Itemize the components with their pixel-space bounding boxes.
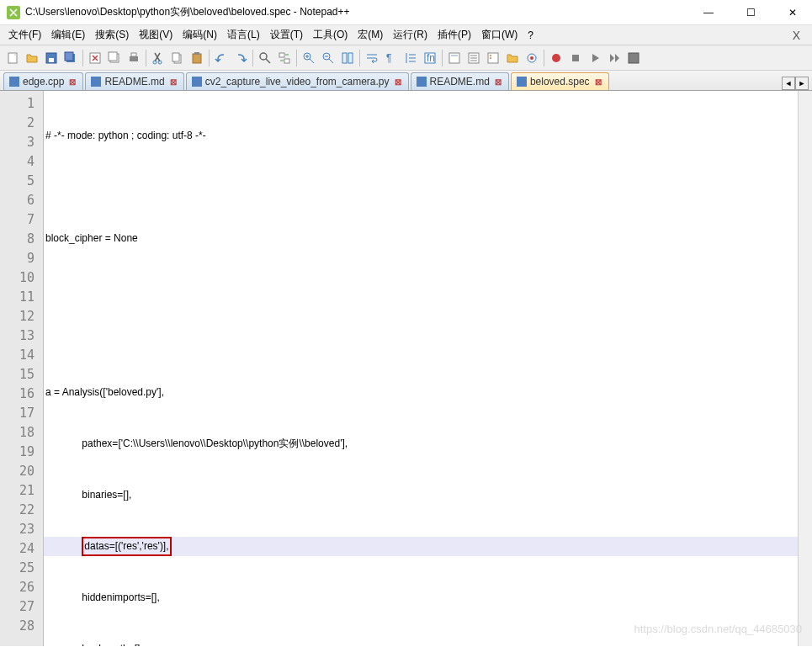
menu-file[interactable]: 文件(F) xyxy=(3,26,46,44)
play-macro-icon[interactable] xyxy=(586,49,604,67)
tab-edge-cpp[interactable]: edge.cpp⊠ xyxy=(3,72,83,90)
menu-run[interactable]: 运行(R) xyxy=(388,26,433,44)
line-number: 24 xyxy=(0,539,34,559)
tab-prev-icon[interactable]: ◄ xyxy=(782,77,795,90)
save-macro-icon[interactable] xyxy=(624,49,643,67)
close-file-icon[interactable] xyxy=(86,49,104,67)
toolbar-separator xyxy=(252,50,253,66)
tab-close-icon[interactable]: ⊠ xyxy=(393,77,403,87)
tab-readme-2[interactable]: README.md⊠ xyxy=(411,72,509,90)
code-line xyxy=(44,331,812,351)
menu-close-icon[interactable]: X xyxy=(793,29,809,42)
line-number: 6 xyxy=(0,191,34,210)
undo-icon[interactable] xyxy=(212,49,231,67)
line-number: 28 xyxy=(0,617,34,636)
doc-list-icon[interactable] xyxy=(464,49,483,67)
svg-rect-42 xyxy=(517,77,527,87)
code-line: hiddenimports=[], xyxy=(44,588,812,607)
app-icon xyxy=(7,6,20,19)
line-number: 21 xyxy=(0,481,34,501)
svg-rect-8 xyxy=(109,52,117,61)
maximize-button[interactable]: ☐ xyxy=(738,4,763,21)
window-controls: — ☐ ✕ xyxy=(696,4,805,21)
show-all-chars-icon[interactable]: ¶ xyxy=(382,49,401,67)
stop-macro-icon[interactable] xyxy=(566,49,585,67)
svg-text:¶: ¶ xyxy=(386,52,391,64)
tab-beloved-spec[interactable]: beloved.spec⊠ xyxy=(511,72,609,90)
sync-scroll-icon[interactable] xyxy=(338,49,357,67)
word-wrap-icon[interactable] xyxy=(363,49,381,67)
menu-encoding[interactable]: 编码(N) xyxy=(178,26,222,44)
line-number: 19 xyxy=(0,443,34,462)
new-file-icon[interactable] xyxy=(3,49,22,67)
code-line xyxy=(44,178,812,197)
svg-point-31 xyxy=(490,55,491,56)
menu-macro[interactable]: 宏(M) xyxy=(353,26,388,44)
tab-close-icon[interactable]: ⊠ xyxy=(168,77,178,87)
menu-window[interactable]: 窗口(W) xyxy=(476,26,523,44)
save-icon[interactable] xyxy=(42,49,61,67)
copy-icon[interactable] xyxy=(168,49,187,67)
indent-guide-icon[interactable] xyxy=(401,49,420,67)
cut-icon[interactable] xyxy=(149,49,167,67)
line-number: 4 xyxy=(0,152,34,172)
tab-cv2-capture[interactable]: cv2_capture_live_video_from_camera.py⊠ xyxy=(186,72,409,90)
line-number: 10 xyxy=(0,268,34,288)
code-editor[interactable]: # -*- mode: python ; coding: utf-8 -*- b… xyxy=(44,91,812,646)
menu-language[interactable]: 语言(L) xyxy=(222,26,265,44)
menu-search[interactable]: 搜索(S) xyxy=(90,26,134,44)
tab-next-icon[interactable]: ► xyxy=(795,77,809,90)
replace-icon[interactable] xyxy=(275,49,294,67)
tab-label: README.md xyxy=(104,76,164,88)
folder-icon[interactable] xyxy=(503,49,522,67)
menu-help[interactable]: ? xyxy=(523,28,539,43)
line-number: 15 xyxy=(0,365,34,384)
line-number: 2 xyxy=(0,114,34,133)
menu-tools[interactable]: 工具(O) xyxy=(308,26,353,44)
line-number: 20 xyxy=(0,462,34,481)
vertical-scrollbar[interactable] xyxy=(798,91,812,646)
toolbar-separator xyxy=(209,50,210,66)
doc-map-icon[interactable] xyxy=(445,49,464,67)
code-line: binaries=[], xyxy=(44,485,812,505)
line-number: 3 xyxy=(0,133,34,152)
redo-icon[interactable] xyxy=(231,49,250,67)
user-lang-icon[interactable]: fn xyxy=(421,49,439,67)
save-all-icon[interactable] xyxy=(61,49,80,67)
svg-rect-18 xyxy=(279,53,284,57)
svg-text:fn: fn xyxy=(427,52,435,64)
menu-edit[interactable]: 编辑(E) xyxy=(46,26,90,44)
tab-close-icon[interactable]: ⊠ xyxy=(593,77,603,87)
code-line xyxy=(44,280,812,300)
zoom-out-icon[interactable] xyxy=(319,49,337,67)
svg-rect-39 xyxy=(91,77,101,87)
tab-readme-1[interactable]: README.md⊠ xyxy=(85,72,183,90)
svg-rect-16 xyxy=(194,52,199,55)
svg-rect-5 xyxy=(65,52,73,61)
function-list-icon[interactable] xyxy=(484,49,502,67)
menu-settings[interactable]: 设置(T) xyxy=(265,26,308,44)
close-all-icon[interactable] xyxy=(105,49,124,67)
close-button[interactable]: ✕ xyxy=(780,4,805,21)
monitor-icon[interactable] xyxy=(523,49,541,67)
watermark-text: https://blog.csdn.net/qq_44685030 xyxy=(634,623,803,635)
tab-label: beloved.spec xyxy=(530,76,590,88)
svg-rect-30 xyxy=(488,53,498,63)
minimize-button[interactable]: — xyxy=(696,4,721,21)
tab-close-icon[interactable]: ⊠ xyxy=(67,77,77,87)
play-multi-icon[interactable] xyxy=(605,49,624,67)
line-number: 11 xyxy=(0,288,34,307)
svg-rect-38 xyxy=(9,77,19,87)
print-icon[interactable] xyxy=(125,49,143,67)
svg-rect-19 xyxy=(284,59,289,63)
zoom-in-icon[interactable] xyxy=(300,49,318,67)
code-line: a = Analysis(['beloved.py'], xyxy=(44,383,812,402)
tab-close-icon[interactable]: ⊠ xyxy=(493,77,503,87)
paste-icon[interactable] xyxy=(188,49,206,67)
menu-plugins[interactable]: 插件(P) xyxy=(433,26,476,44)
find-icon[interactable] xyxy=(256,49,274,67)
record-macro-icon[interactable] xyxy=(547,49,565,67)
menu-view[interactable]: 视图(V) xyxy=(134,26,178,44)
tab-nav: ◄ ► xyxy=(782,77,809,90)
open-file-icon[interactable] xyxy=(23,49,41,67)
